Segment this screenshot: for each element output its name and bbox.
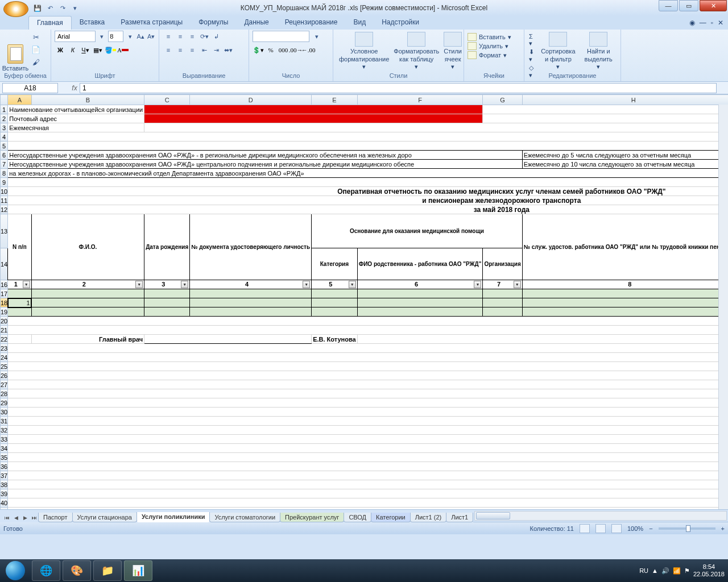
sheet-tab[interactable]: Паспорт [38, 513, 73, 522]
th-relative[interactable]: ФИО родственника - работника ОАО "РЖД" [357, 248, 483, 280]
find-select-button[interactable]: Найти и выделить▾ [580, 31, 617, 72]
th-npp[interactable]: N п/п [8, 214, 31, 280]
col-header[interactable]: F [357, 95, 483, 105]
row-header[interactable]: 34 [1, 444, 8, 453]
col-header[interactable]: A [8, 95, 31, 105]
cell-styles-button[interactable]: Стили ячеек▾ [441, 31, 464, 72]
fx-icon[interactable]: fx [69, 84, 80, 92]
filter-icon[interactable]: ▼ [23, 281, 30, 288]
copy-icon[interactable]: 📄 [30, 45, 42, 57]
spreadsheet-grid[interactable]: A B C D E F G H I J K 1Наименование отчи… [0, 94, 728, 509]
tray-up-icon[interactable]: ▲ [652, 567, 658, 574]
conditional-formatting-button[interactable]: Условное форматирование▾ [337, 31, 391, 72]
select-all-corner[interactable] [1, 95, 8, 105]
qat-more-icon[interactable]: ▾ [69, 3, 81, 13]
col-num[interactable]: 2▼ [31, 280, 144, 289]
tab-insert[interactable]: Вставка [72, 16, 113, 30]
row-header[interactable]: 33 [1, 435, 8, 444]
tab-page-layout[interactable]: Разметка страницы [113, 16, 191, 30]
row-header[interactable]: 8 [1, 169, 8, 178]
row-header[interactable]: 30 [1, 408, 8, 417]
row-header[interactable]: 25 [1, 362, 8, 371]
ribbon-close-icon[interactable]: ✕ [718, 19, 723, 27]
th-cert[interactable]: № служ. удостов. работника ОАО "РЖД" или… [522, 214, 728, 280]
sheet-tab[interactable]: Лист1 (2) [410, 513, 447, 522]
signature-name[interactable]: Е.В. Котунова [312, 335, 358, 344]
tab-addins[interactable]: Надстройки [374, 16, 427, 30]
th-reason[interactable]: Основание для оказания медицинской помощ… [312, 214, 523, 248]
align-center-icon[interactable]: ≡ [175, 44, 186, 56]
col-num[interactable]: 7▼ [483, 280, 522, 289]
filter-icon[interactable]: ▼ [474, 281, 481, 288]
col-header[interactable]: D [190, 95, 312, 105]
tab-nav-first-icon[interactable]: ⏮ [2, 513, 11, 522]
zoom-level[interactable]: 100% [627, 525, 643, 532]
filter-icon[interactable]: ▼ [303, 281, 310, 288]
merge-center-icon[interactable]: ⬌▾ [222, 44, 234, 56]
minimize-button[interactable]: — [659, 0, 678, 11]
row-header[interactable]: 17 [1, 289, 8, 298]
filter-icon[interactable]: ▼ [181, 281, 188, 288]
cell[interactable]: на железных дорогах - в планово-экономич… [8, 169, 728, 178]
percent-icon[interactable]: % [265, 44, 276, 56]
active-cell[interactable]: 1 [8, 298, 31, 307]
inc-decimal-icon[interactable]: .00→ [290, 44, 301, 56]
cell[interactable]: Ежемесячно до 5 числа следующего за отче… [522, 151, 728, 160]
tab-data[interactable]: Данные [236, 16, 276, 30]
tray-lang[interactable]: RU [639, 567, 648, 574]
font-color-button[interactable]: A [117, 44, 129, 56]
autosum-button[interactable]: Σ ▾ [529, 33, 535, 47]
filter-icon[interactable]: ▼ [135, 281, 143, 288]
tray-clock[interactable]: 8:54 22.05.2018 [693, 563, 725, 578]
format-as-table-button[interactable]: Форматировать как таблицу▾ [391, 31, 441, 72]
row-header[interactable]: 24 [1, 353, 8, 362]
number-format-selector[interactable] [253, 31, 309, 42]
row-header[interactable]: 29 [1, 398, 8, 408]
name-box[interactable]: A18 [2, 83, 58, 93]
cell-redacted[interactable] [144, 105, 483, 114]
row-header[interactable]: 7 [1, 160, 8, 169]
comma-icon[interactable]: 000 [278, 44, 289, 56]
formula-bar[interactable]: 1 [80, 83, 717, 93]
tab-nav-last-icon[interactable]: ⏭ [30, 513, 39, 522]
grow-font-icon[interactable]: A▴ [136, 31, 145, 41]
align-right-icon[interactable]: ≡ [187, 44, 198, 56]
row-header[interactable]: 31 [1, 417, 8, 426]
format-cells-button[interactable]: Формат ▾ [468, 51, 520, 59]
shrink-font-icon[interactable]: A▾ [147, 31, 155, 41]
th-doc[interactable]: № документа удостоверяющего личность [190, 214, 312, 280]
row-header[interactable]: 1 [1, 105, 8, 114]
row-header[interactable]: 40 [1, 498, 8, 508]
size-dropdown-icon[interactable]: ▾ [126, 31, 134, 41]
tray-network-icon[interactable]: 📶 [673, 567, 681, 575]
sheet-tab[interactable]: Категории [371, 513, 411, 522]
font-name-selector[interactable]: Arial [55, 31, 96, 42]
tab-nav-next-icon[interactable]: ▶ [20, 513, 30, 522]
tray-sound-icon[interactable]: 🔊 [661, 567, 669, 575]
row-header[interactable]: 18 [1, 298, 8, 307]
italic-button[interactable]: К [67, 44, 78, 56]
align-left-icon[interactable]: ≡ [163, 44, 174, 56]
sheet-tab[interactable]: СВОД [344, 513, 371, 522]
row-header[interactable]: 35 [1, 453, 8, 462]
row-header[interactable]: 38 [1, 480, 8, 489]
row-header[interactable]: 19 [1, 307, 8, 317]
undo-icon[interactable]: ↶ [44, 3, 56, 13]
tab-home[interactable]: Главная [28, 16, 72, 30]
wrap-text-icon[interactable]: ↲ [210, 31, 222, 42]
row-header[interactable]: 27 [1, 380, 8, 389]
cell-redacted[interactable] [144, 114, 483, 123]
tab-formulas[interactable]: Формулы [191, 16, 236, 30]
row-header[interactable]: 16 [1, 280, 8, 289]
taskbar-paint[interactable]: 🎨 [63, 560, 91, 581]
row-header[interactable]: 21 [1, 326, 8, 335]
sheet-tab[interactable]: Услуги стационара [72, 513, 137, 522]
maximize-button[interactable]: ▭ [679, 0, 698, 11]
row-header[interactable]: 13 [1, 214, 8, 248]
view-page-break-icon[interactable] [611, 524, 622, 533]
cell[interactable]: Ежемесячно до 10 числа следующего за отч… [522, 160, 728, 169]
sheet-tab-active[interactable]: Услуги поликлиники [136, 512, 210, 522]
col-num[interactable]: 1▼ [8, 280, 31, 289]
vertical-scrollbar[interactable] [718, 105, 728, 509]
th-fio[interactable]: Ф.И.О. [31, 214, 144, 280]
